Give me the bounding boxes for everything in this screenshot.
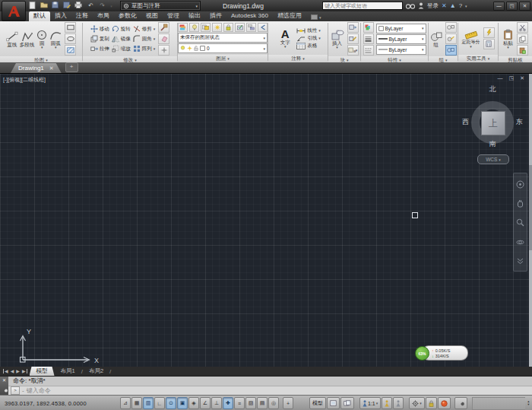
- toggle-lineweight[interactable]: ≡: [234, 397, 245, 409]
- doc-close-icon[interactable]: ✕: [520, 75, 524, 81]
- save-as-button[interactable]: [63, 2, 73, 10]
- toggle-dynamic-ucs[interactable]: ⊥: [211, 397, 222, 409]
- layer-make-current-button[interactable]: [235, 23, 245, 32]
- tool-stretch[interactable]: 拉伸: [90, 45, 109, 52]
- quick-view-layouts-button[interactable]: [327, 397, 340, 409]
- exchange-apps-icon[interactable]: ✕: [442, 2, 447, 10]
- coordinates-readout[interactable]: 3963.0197, 1892.4538, 0.0000: [2, 400, 120, 407]
- status-bar-menu-button[interactable]: [454, 397, 467, 409]
- navigation-bar[interactable]: [513, 173, 527, 272]
- layer-freeze-button[interactable]: [212, 23, 222, 32]
- toggle-grid-display[interactable]: ▥: [143, 397, 154, 409]
- ribbon-tab-manage[interactable]: 管理: [163, 11, 184, 21]
- tool-group[interactable]: 组: [430, 31, 442, 47]
- new-file-button[interactable]: [29, 2, 39, 10]
- tool-dimension-linear[interactable]: 线性▾: [296, 27, 321, 34]
- tool-fillet[interactable]: 圆角▾: [133, 35, 156, 43]
- zoom-magnifier-icon[interactable]: [516, 218, 524, 227]
- linetype-dropdown[interactable]: ByLayer ▾: [376, 45, 426, 55]
- ribbon-tab-featured-apps[interactable]: 精选应用: [273, 11, 306, 21]
- toggle-selection-cycling[interactable]: ◎: [268, 397, 279, 409]
- navbar-more-icon[interactable]: [516, 257, 524, 264]
- layer-previous-button[interactable]: [258, 23, 268, 32]
- toggle-ortho-mode[interactable]: ∟: [154, 397, 165, 409]
- toggle-dynamic-input[interactable]: ✚: [223, 397, 233, 409]
- dropdown-arrow-icon[interactable]: ▾: [154, 27, 156, 31]
- search-input[interactable]: [322, 2, 403, 10]
- first-tab-button[interactable]: ◀: [3, 369, 8, 373]
- color-dropdown[interactable]: ByLayer ▾: [376, 24, 426, 33]
- tool-scale[interactable]: 缩放: [112, 45, 131, 52]
- help-dropdown-icon[interactable]: ▾: [465, 4, 467, 8]
- status-bar-spinner[interactable]: ▴ ▾: [525, 400, 532, 406]
- tool-mirror[interactable]: 镜像: [112, 35, 131, 43]
- last-tab-button[interactable]: ▶: [22, 369, 27, 373]
- lineweight-dropdown[interactable]: ByLayer ▾: [376, 34, 426, 44]
- panel-label-properties[interactable]: 特性 ▾: [361, 56, 428, 62]
- command-close-icon[interactable]: ✕: [2, 378, 6, 383]
- quick-view-drawings-button[interactable]: [340, 397, 354, 409]
- tool-group-edit[interactable]: [445, 33, 457, 44]
- ribbon-tab-output[interactable]: 输出: [184, 11, 205, 21]
- tool-lineweight-list[interactable]: [363, 33, 374, 44]
- tool-array[interactable]: 阵列▾: [133, 45, 156, 52]
- tool-rotate[interactable]: 旋转: [112, 25, 131, 33]
- tool-paste[interactable]: 粘贴 ▾: [502, 29, 514, 49]
- toggle-transparency[interactable]: ▨: [245, 397, 256, 409]
- toggle-object-snap-tracking[interactable]: ∠: [200, 397, 211, 409]
- signin-label[interactable]: 登录: [427, 2, 439, 10]
- dropdown-arrow-icon[interactable]: ▾: [55, 46, 57, 49]
- tool-quick-select[interactable]: [483, 27, 495, 38]
- tool-hatch[interactable]: [65, 45, 76, 56]
- dropdown-arrow-icon[interactable]: ▾: [507, 46, 509, 49]
- tool-linetype-list[interactable]: [363, 45, 374, 56]
- dropdown-arrow-icon[interactable]: ▾: [318, 36, 321, 40]
- model-space-button[interactable]: 模型: [309, 397, 326, 409]
- dropdown-arrow-icon[interactable]: ▾: [356, 48, 358, 52]
- command-wrench-icon[interactable]: [2, 387, 8, 393]
- tool-polyline[interactable]: 多段线: [20, 31, 35, 47]
- layer-properties-button[interactable]: [178, 23, 188, 32]
- tool-circle[interactable]: 圆 ▾: [36, 30, 48, 49]
- viewcube-south[interactable]: 南: [461, 139, 524, 149]
- isolate-objects-button[interactable]: [438, 397, 451, 409]
- undo-button[interactable]: ↶: [86, 2, 96, 10]
- autodesk360-icon[interactable]: ▲: [450, 2, 456, 10]
- layer-dropdown[interactable]: 0 ▾: [178, 43, 268, 53]
- minimize-button[interactable]: —: [493, 2, 505, 11]
- tool-leader[interactable]: 引线▾: [296, 35, 321, 42]
- tool-paste-special[interactable]: [517, 45, 528, 56]
- save-button[interactable]: [52, 2, 62, 10]
- orbit-icon[interactable]: [516, 238, 524, 246]
- viewcube[interactable]: 北 西 东 南 上 WCS ▾: [461, 83, 524, 167]
- redo-button[interactable]: ↷: [97, 2, 107, 10]
- tool-group-selection-toggle[interactable]: [445, 45, 457, 56]
- signin-person-icon[interactable]: [418, 2, 424, 9]
- annotation-visibility-button[interactable]: [382, 397, 392, 409]
- pan-hand-icon[interactable]: [516, 199, 524, 208]
- tool-cut[interactable]: [517, 22, 528, 33]
- ribbon-tab-parametric[interactable]: 参数化: [114, 11, 141, 21]
- toggle-quick-properties[interactable]: ▤: [257, 397, 268, 409]
- new-drawing-tab-button[interactable]: +: [65, 62, 78, 72]
- tool-text[interactable]: A 文字 ▾: [275, 28, 295, 48]
- toolbar-lock-button[interactable]: [426, 397, 437, 409]
- doc-minimize-icon[interactable]: —: [498, 75, 503, 81]
- panel-label-utilities[interactable]: 实用工具 ▾: [458, 55, 498, 62]
- tool-rectangle[interactable]: [65, 22, 76, 33]
- ribbon-tab-layout[interactable]: 布局: [93, 11, 114, 21]
- viewport-controls[interactable]: [-][俯视][二维线框]: [3, 76, 46, 84]
- viewcube-north[interactable]: 北: [461, 84, 524, 94]
- dropdown-arrow-icon[interactable]: ▾: [41, 46, 43, 49]
- file-tab-drawing1[interactable]: Drawing1 ✕: [11, 63, 62, 73]
- tool-measure[interactable]: 定距等分 ▾: [462, 29, 480, 48]
- tool-insert-block[interactable]: 插入 ▾: [331, 29, 344, 49]
- tool-arc[interactable]: 圆弧 ▾: [49, 30, 62, 49]
- tool-ellipse[interactable]: [65, 33, 76, 44]
- dropdown-arrow-icon[interactable]: ▾: [470, 45, 472, 48]
- ribbon-tab-view[interactable]: 视图: [141, 11, 163, 21]
- panel-label-clipboard[interactable]: 剪贴板: [499, 56, 532, 62]
- panel-label-group[interactable]: 组 ▾: [429, 56, 458, 62]
- annotation-scale-button[interactable]: 1:1 ▾: [359, 397, 381, 409]
- qat-customize-button[interactable]: ▾: [109, 2, 114, 10]
